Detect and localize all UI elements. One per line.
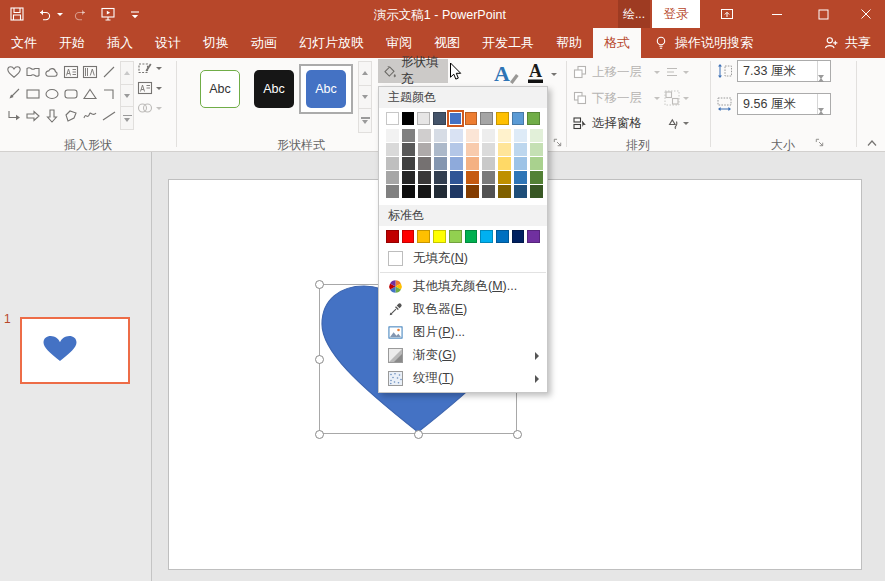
theme-variant-swatch[interactable] [482, 171, 495, 184]
shape-style-thumb-3[interactable]: Abc [306, 70, 346, 108]
spin-down-icon[interactable] [818, 108, 824, 129]
height-spinner[interactable] [817, 61, 830, 81]
theme-variant-swatch[interactable] [450, 185, 463, 198]
theme-variant-swatch[interactable] [466, 157, 479, 170]
theme-color-swatch[interactable] [480, 112, 493, 125]
width-spinner[interactable] [817, 94, 830, 114]
scribble-shape-icon[interactable] [80, 105, 99, 127]
maximize-button[interactable] [808, 0, 838, 28]
theme-variant-swatch[interactable] [418, 157, 431, 170]
theme-variant-swatch[interactable] [386, 157, 399, 170]
styles-more-icon[interactable] [359, 109, 371, 132]
menu-item-eyedropper[interactable]: 取色器(E) [379, 298, 547, 321]
rectangle-shape-icon[interactable] [23, 83, 42, 105]
theme-color-swatch[interactable] [496, 112, 509, 125]
freeform-shape-icon[interactable] [61, 105, 80, 127]
standard-color-swatch[interactable] [480, 230, 493, 243]
dropdown-icon[interactable] [683, 122, 689, 125]
shape-height-value[interactable]: 7.33 厘米 [738, 63, 817, 80]
theme-variant-swatch[interactable] [514, 171, 527, 184]
theme-variant-swatch[interactable] [498, 129, 511, 142]
selection-handle[interactable] [315, 280, 324, 289]
theme-variant-swatch[interactable] [466, 185, 479, 198]
theme-variant-swatch[interactable] [498, 157, 511, 170]
standard-color-swatch[interactable] [527, 230, 540, 243]
theme-variant-swatch[interactable] [418, 171, 431, 184]
theme-variant-swatch[interactable] [530, 157, 543, 170]
standard-color-swatch[interactable] [417, 230, 430, 243]
heart-shape-icon[interactable] [4, 61, 23, 83]
dropdown-icon[interactable] [156, 87, 162, 90]
dropdown-icon[interactable] [156, 67, 162, 70]
theme-variant-swatch[interactable] [514, 157, 527, 170]
selection-pane-button[interactable]: 选择窗格 [572, 113, 660, 133]
selection-handle[interactable] [414, 430, 423, 439]
vertical-text-box-shape-icon[interactable] [80, 61, 99, 83]
selection-handle[interactable] [513, 430, 522, 439]
theme-variant-swatch[interactable] [450, 157, 463, 170]
tab-动画[interactable]: 动画 [240, 28, 288, 58]
theme-variant-swatch[interactable] [386, 171, 399, 184]
line-shape-icon[interactable] [99, 61, 118, 83]
theme-variant-swatch[interactable] [498, 185, 511, 198]
selection-handle[interactable] [315, 355, 324, 364]
tab-开始[interactable]: 开始 [48, 28, 96, 58]
text-outline-button[interactable]: A [526, 60, 557, 86]
tab-格式[interactable]: 格式 [593, 28, 641, 58]
theme-color-swatch[interactable] [386, 112, 399, 125]
theme-variant-swatch[interactable] [498, 171, 511, 184]
standard-color-swatch[interactable] [433, 230, 446, 243]
redo-button[interactable] [72, 5, 90, 23]
theme-variant-swatch[interactable] [482, 143, 495, 156]
theme-color-swatch[interactable] [417, 112, 430, 125]
shape-fill-button[interactable]: 形状填充 [378, 59, 448, 83]
wave-shape-icon[interactable] [23, 61, 42, 83]
theme-variant-swatch[interactable] [530, 143, 543, 156]
slide-thumbnail[interactable] [20, 317, 130, 384]
theme-variant-swatch[interactable] [466, 143, 479, 156]
standard-color-swatch[interactable] [512, 230, 525, 243]
share-button[interactable]: 共享 [809, 28, 885, 58]
block-arrow-down-shape-icon[interactable] [42, 105, 61, 127]
undo-dropdown-icon[interactable] [57, 13, 63, 16]
tab-开发工具[interactable]: 开发工具 [471, 28, 545, 58]
selected-style-frame[interactable]: Abc [299, 64, 353, 114]
theme-variant-swatch[interactable] [386, 143, 399, 156]
close-button[interactable] [851, 0, 881, 28]
theme-variant-swatch[interactable] [530, 129, 543, 142]
gallery-more-icon[interactable] [121, 107, 133, 129]
gallery-scroll-up-icon[interactable] [121, 62, 133, 85]
elbow-shape-icon[interactable] [99, 83, 118, 105]
shape-width-value[interactable]: 9.56 厘米 [738, 96, 817, 113]
undo-button[interactable] [35, 5, 53, 23]
theme-variant-swatch[interactable] [418, 185, 431, 198]
start-slideshow-button[interactable] [99, 5, 117, 23]
tab-设计[interactable]: 设计 [144, 28, 192, 58]
standard-color-swatch[interactable] [496, 230, 509, 243]
theme-variant-swatch[interactable] [498, 143, 511, 156]
customize-qat-button[interactable] [126, 5, 144, 23]
triangle-shape-icon[interactable] [80, 83, 99, 105]
cloud-shape-icon[interactable] [42, 61, 61, 83]
menu-item-gradient[interactable]: 渐变(G) [379, 344, 547, 367]
block-arrow-right-shape-icon[interactable] [23, 105, 42, 127]
collapse-ribbon-button[interactable] [864, 136, 880, 150]
arrow-line-shape-icon[interactable] [4, 83, 23, 105]
theme-variant-swatch[interactable] [450, 171, 463, 184]
theme-variant-swatch[interactable] [514, 185, 527, 198]
elbow-arrow-shape-icon[interactable] [4, 105, 23, 127]
style-gallery-scrollbar[interactable] [358, 61, 372, 133]
theme-variant-swatch[interactable] [386, 185, 399, 198]
menu-item-no-fill[interactable]: 无填充(N) [379, 247, 547, 270]
theme-variant-swatch[interactable] [450, 129, 463, 142]
theme-variant-swatch[interactable] [482, 185, 495, 198]
standard-color-swatch[interactable] [449, 230, 462, 243]
theme-variant-swatch[interactable] [466, 129, 479, 142]
theme-variant-swatch[interactable] [434, 171, 447, 184]
standard-color-swatch[interactable] [402, 230, 415, 243]
styles-scroll-up-icon[interactable] [359, 62, 371, 86]
minimize-button[interactable] [762, 0, 792, 28]
edit-shape-button[interactable] [137, 60, 162, 76]
theme-variant-swatch[interactable] [434, 143, 447, 156]
theme-variant-swatch[interactable] [466, 171, 479, 184]
